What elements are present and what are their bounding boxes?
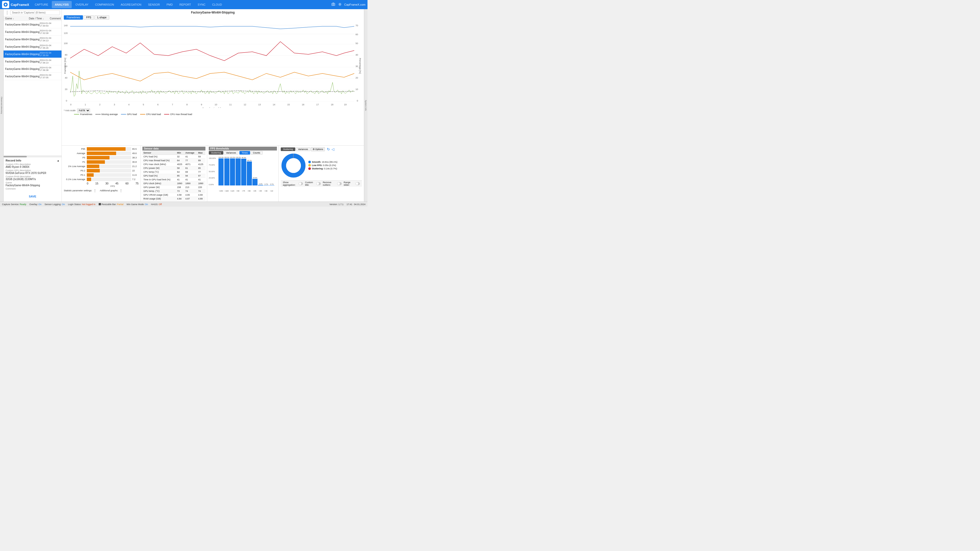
stutter-refresh-btn[interactable]: ↻: [326, 147, 331, 152]
low-fps-dot: [308, 164, 311, 167]
sensor-col-max: Max: [197, 151, 205, 155]
record-info-collapse[interactable]: ▲: [57, 159, 59, 162]
fps-bars-container: 100.0% 100.0% 100.0% 100.0% 99.3% 89.1% …: [218, 157, 277, 186]
system-info-strip[interactable]: System Info: [364, 9, 368, 202]
svg-text:0: 0: [66, 100, 67, 102]
stutter-panel-tabs: Stuttering Variances ⚙ Options ↻ ◁: [281, 147, 362, 152]
nav-site-link[interactable]: CapFrameX.com: [344, 3, 366, 6]
bar-x-axis: 0 15 30 45 60 75: [87, 182, 138, 185]
sidebar-search-input[interactable]: [10, 10, 60, 15]
nav-settings-btn[interactable]: [338, 2, 342, 7]
legend-stuttering: Stuttering: 0.14s (0.7%): [308, 167, 337, 170]
list-item[interactable]: FactoryGame-Win64-Shipping 2024-01-0417:…: [3, 43, 62, 51]
nav-comparison[interactable]: COMPARISON: [92, 1, 117, 8]
bar-row: P95 65.5: [64, 147, 138, 151]
low-fps-label: Low FPS: 0.05s (0.2%): [312, 164, 336, 167]
table-row: GPU clock (MHz)189018901890: [142, 182, 205, 186]
bar-row: 0.1% Low Average 7.2: [64, 178, 138, 181]
stutter-tab-stuttering[interactable]: Stuttering: [281, 148, 295, 151]
sidebar-list: FactoryGame-Win64-Shipping 2024-01-0417:…: [3, 21, 62, 156]
svg-point-3: [339, 3, 340, 5]
nav-overlay[interactable]: OVERLAY: [72, 1, 91, 8]
fps-tab-variances[interactable]: Variances: [224, 151, 239, 155]
record-field-game: Game FactoryGame-Win64-Shipping: [6, 181, 59, 187]
axis-scale-label: * Axis scale: [64, 109, 76, 112]
fps-bar-col: 0.7%: [269, 183, 274, 186]
stutter-options-btn[interactable]: ⚙ Options: [311, 147, 325, 151]
list-item[interactable]: FactoryGame-Win64-Shipping 2024-01-0417:…: [3, 28, 62, 36]
table-row: GPU power (W)158213220: [142, 186, 205, 189]
record-field-gpu: Custom GPU description NVIDIA GeForce RT…: [6, 169, 59, 175]
nav-capture[interactable]: CAPTURE: [32, 1, 51, 8]
fps-tab-stuttering[interactable]: Stuttering: [209, 151, 223, 155]
svg-text:6: 6: [157, 103, 159, 106]
list-item[interactable]: FactoryGame-Win64-Shipping 2024-01-0417:…: [3, 58, 62, 65]
svg-text:60: 60: [355, 33, 358, 36]
list-item[interactable]: FactoryGame-Win64-Shipping 2024-01-0417:…: [3, 36, 62, 43]
axis-scale-select[interactable]: Full fit Fixed: [77, 108, 90, 113]
nav-sync[interactable]: SYNC: [195, 1, 209, 8]
bar-row: Average 49.6: [64, 151, 138, 155]
nav-aggregation[interactable]: AGGREGATION: [118, 1, 145, 8]
remove-outliers-toggle[interactable]: [337, 182, 342, 185]
svg-text:40: 40: [355, 54, 358, 56]
legend-frametimes: Frametimes: [74, 113, 92, 116]
sensor-panel-title: Sensor data: [142, 147, 205, 151]
list-item[interactable]: FactoryGame-Win64-Shipping 2024-01-0417:…: [3, 21, 62, 28]
stutter-legend: Smooth: 19.81s (99.1%) Low FPS: 0.05s (0…: [308, 161, 337, 171]
nav-analysis[interactable]: ANALYSIS: [52, 1, 72, 8]
cpu-max-thread-legend-line: [164, 114, 169, 114]
additional-graphs-dots[interactable]: ⋮: [119, 189, 123, 192]
sidebar-menu-btn[interactable]: ⋮: [5, 10, 9, 15]
list-item-selected[interactable]: FactoryGame-Win64-Shipping 2024-01-0417:…: [3, 51, 62, 58]
donut-chart: [281, 153, 306, 178]
save-button[interactable]: SAVE: [25, 194, 40, 199]
sidebar-bottom: Record Info ▲ Custom CPU description AMD…: [3, 156, 62, 202]
bar-chart-content: P95 65.5 Average 49.6 P5 38.3 P1 30.8 1%…: [64, 147, 138, 181]
table-row: CPU power (W)586165: [142, 166, 205, 170]
status-sensor-logging: Sensor Logging: On: [45, 203, 65, 206]
cpu-total-legend-line: [140, 114, 145, 114]
nav-sensor[interactable]: SENSOR: [145, 1, 163, 8]
table-row: RAM usage (GB)4.844.874.89: [142, 197, 205, 201]
range-slider-toggle[interactable]: [355, 182, 360, 185]
fps-x-labels: <240<184<120<90<75<60<45<35<30<10: [209, 190, 277, 192]
app-logo: CapFrameX: [2, 1, 29, 8]
custom-title-toggle[interactable]: [316, 182, 321, 185]
nav-screenshot-btn[interactable]: [331, 2, 336, 7]
list-item[interactable]: FactoryGame-Win64-Shipping 2024-01-0417:…: [3, 65, 62, 73]
fps-counts-tab[interactable]: Counts: [251, 151, 262, 155]
fps-panel-title: FPS thresholds: [209, 147, 277, 151]
list-item[interactable]: FactoryGame-Win64-Shipping 2024-01-0417:…: [3, 73, 62, 80]
fps-time-count-tabs: Times Counts: [239, 151, 262, 155]
show-aggregation-toggle[interactable]: [299, 182, 303, 185]
table-row: CPU temp (°C)646977: [142, 170, 205, 174]
fps-times-tab[interactable]: Times: [239, 151, 250, 155]
tab-lshape[interactable]: L-shape: [94, 15, 109, 20]
stat-settings-dots[interactable]: ⋮: [93, 189, 97, 192]
svg-text:9: 9: [201, 103, 202, 106]
tab-fps[interactable]: FPS: [83, 15, 94, 20]
stutter-back-btn[interactable]: ◁: [331, 147, 335, 152]
bottom-panels: P95 65.5 Average 49.6 P5 38.3 P1 30.8 1%…: [62, 145, 364, 202]
svg-text:0: 0: [357, 100, 358, 102]
sensor-col-min: Min: [176, 151, 185, 155]
observed-directory-strip[interactable]: Observed directory: [0, 9, 3, 202]
nav-pmd[interactable]: PMD: [164, 1, 176, 8]
main-layout: Observed directory ⋮ Game ↕ Date / Time …: [0, 9, 368, 202]
bar-chart-panel: P95 65.5 Average 49.6 P5 38.3 P1 30.8 1%…: [62, 146, 141, 202]
fps-bar-col: 100.0%: [218, 157, 224, 186]
svg-text:17: 17: [316, 103, 319, 106]
svg-text:100: 100: [64, 42, 68, 44]
stutter-tab-variances[interactable]: Variances: [296, 148, 310, 151]
svg-text:10: 10: [355, 88, 358, 91]
status-hags: HAGS: Off: [151, 203, 162, 206]
svg-text:120: 120: [64, 32, 68, 35]
svg-text:Percentage [%]: Percentage [%]: [359, 58, 361, 73]
fps-bar-col: 100.0%: [224, 157, 229, 186]
tab-frametimes[interactable]: Frametimes: [64, 15, 83, 20]
nav-report[interactable]: REPORT: [177, 1, 194, 8]
legend-cpu-total-load: CPU total load: [140, 113, 161, 116]
nav-cloud[interactable]: CLOUD: [209, 1, 225, 8]
camera-icon: [331, 3, 335, 6]
